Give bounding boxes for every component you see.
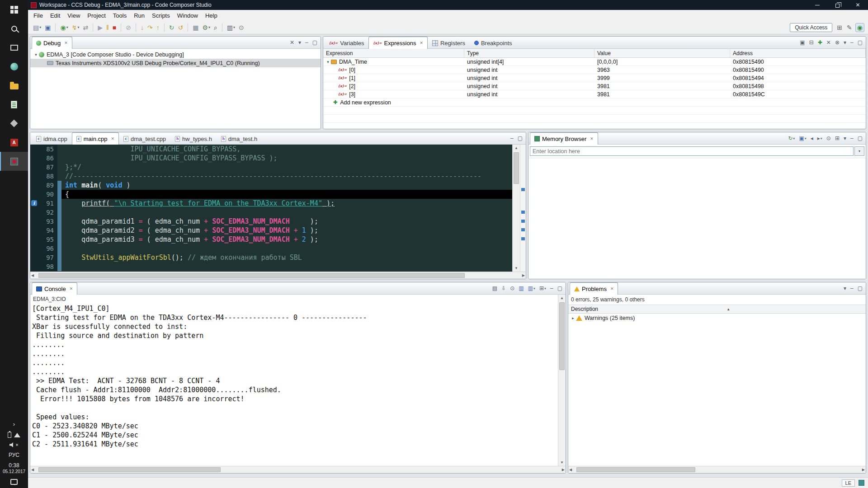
tree-expand-caret[interactable]: ▸ <box>570 316 576 320</box>
network-tray-item[interactable] <box>0 430 28 440</box>
debug-tab-debug[interactable]: Debug✕ <box>32 37 72 49</box>
expr-tab-registers[interactable]: Registers <box>428 37 470 48</box>
scroll-left-arrow[interactable]: ◀ <box>31 273 34 277</box>
debug-tree-item[interactable]: ▾EDMA_3 [Code Composer Studio - Device D… <box>30 50 321 59</box>
task-view-taskbar-button[interactable] <box>0 38 28 57</box>
ccs-debug-perspective-button[interactable]: ◉ <box>855 23 864 32</box>
code-line[interactable]: 95 qdma_paramid3 = ( edma_ch_num + SOC_E… <box>30 235 512 244</box>
scrollbar-thumb[interactable] <box>38 467 221 472</box>
notes-app-taskbar-button[interactable] <box>0 95 28 114</box>
menu-edit[interactable]: Edit <box>47 11 64 20</box>
maximize-button[interactable]: ▢ <box>312 40 317 45</box>
code-line[interactable]: i91 printf( "\n Starting test for EDMA o… <box>30 199 512 208</box>
console-tab-console[interactable]: Console✕ <box>32 282 77 295</box>
minimize-button[interactable]: – <box>850 40 854 45</box>
menu-help[interactable]: Help <box>202 11 221 20</box>
view-menu-button[interactable]: ▾ <box>844 286 846 291</box>
go-forward-button[interactable]: ▸▾ <box>817 136 822 141</box>
description-column-header[interactable]: Description ▲ <box>568 305 866 314</box>
close-tab-icon[interactable]: ✕ <box>64 41 68 45</box>
column-header-type[interactable]: Type <box>464 49 594 57</box>
tree-expand-caret[interactable]: ▾ <box>325 60 331 64</box>
code-line[interactable]: 89int main( void ) <box>30 181 512 190</box>
volume-tray-item[interactable]: ✕ <box>0 440 28 450</box>
scroll-right-arrow[interactable]: ▶ <box>562 468 565 472</box>
restore-window-button[interactable] <box>827 0 848 10</box>
code-line[interactable]: 87};*/ <box>30 163 512 172</box>
pin-memory-button[interactable]: ⊙ <box>826 136 831 141</box>
editor-tab-main-cpp[interactable]: main.cpp✕ <box>72 132 119 145</box>
scrollbar-thumb[interactable] <box>576 467 695 472</box>
minimize-button[interactable]: – <box>305 40 308 45</box>
expression-row[interactable]: [0]unsigned int39630x80815490 <box>323 66 866 74</box>
view-menu-button[interactable]: ▾ <box>298 40 301 45</box>
language-indicator[interactable]: РУС <box>0 450 28 460</box>
column-header-expression[interactable]: Expression <box>323 49 464 57</box>
memory-view-button[interactable]: ▥▾ <box>226 23 236 32</box>
expr-tab-expressions[interactable]: Expressions✕ <box>368 37 428 49</box>
view-menu-button[interactable]: ▾ <box>844 40 846 45</box>
remove-all-terminated-button[interactable]: ✕ <box>290 40 294 45</box>
new-button[interactable]: ▤▾ <box>32 23 42 32</box>
menu-tools[interactable]: Tools <box>109 11 130 20</box>
scroll-left-arrow[interactable]: ◀ <box>569 468 572 472</box>
save-memory-button[interactable]: ▣▾ <box>799 136 806 141</box>
code-line[interactable]: 97 StwUtils_appWaitForSbl(); // ждем око… <box>30 253 512 262</box>
quick-access-button[interactable]: Quick Access <box>790 23 832 32</box>
close-tab-icon[interactable]: ✕ <box>610 286 614 291</box>
remove-expression-button[interactable]: ✕ <box>826 40 831 45</box>
memory-location-input[interactable] <box>530 146 854 156</box>
suspend-button[interactable]: ‖ <box>105 23 110 32</box>
editor-tab-hw-types-h[interactable]: hw_types.h <box>170 133 217 144</box>
menu-project[interactable]: Project <box>84 11 109 20</box>
add-expression-button[interactable]: ✚ <box>818 40 822 45</box>
close-tab-icon[interactable]: ✕ <box>590 136 594 141</box>
problems-horizontal-scrollbar[interactable]: ◀ ▶ <box>568 466 866 473</box>
connect-target-button[interactable]: ⇄ <box>81 23 90 32</box>
step-into-button[interactable]: ↓ <box>139 23 145 32</box>
show-console-on-output-button[interactable]: ▥ <box>519 286 524 291</box>
expr-tab-breakpoints[interactable]: Breakpoints <box>470 37 517 48</box>
registers-view-button[interactable]: ▦ <box>191 23 200 32</box>
go-back-button[interactable]: ◂ <box>811 136 813 141</box>
editor-vertical-scrollbar[interactable]: ▲ ▼ <box>512 145 520 272</box>
acrobat-taskbar-button[interactable] <box>0 133 28 152</box>
scroll-down-arrow[interactable]: ▼ <box>558 459 566 466</box>
console-vertical-scrollbar[interactable]: ▲ ▼ <box>558 295 566 466</box>
code-line[interactable]: 94 qdma_paramid2 = ( edma_ch_num + SOC_E… <box>30 226 512 235</box>
scroll-left-arrow[interactable]: ◀ <box>31 468 34 472</box>
disconnect-button[interactable]: ⊘ <box>124 23 132 32</box>
remove-all-expressions-button[interactable]: ⊗ <box>835 40 840 45</box>
console-horizontal-scrollbar[interactable]: ◀ ▶ <box>30 466 566 473</box>
minimize-button[interactable]: – <box>850 286 854 291</box>
column-header-value[interactable]: Value <box>594 49 730 57</box>
clear-console-button[interactable]: ▤ <box>492 286 497 291</box>
scrollbar-thumb[interactable] <box>559 302 565 370</box>
editor-tab-dma-test-cpp[interactable]: dma_test.cpp <box>119 133 170 144</box>
search-button[interactable]: ⌕ <box>212 23 219 32</box>
expr-tab-variables[interactable]: Variables <box>325 37 368 48</box>
step-over-button[interactable]: ↷ <box>146 23 154 32</box>
scroll-up-arrow[interactable]: ▲ <box>558 295 566 301</box>
scroll-up-arrow[interactable]: ▲ <box>513 145 520 151</box>
editor-tab-idma-cpp[interactable]: idma.cpp <box>32 133 72 144</box>
open-perspective-button[interactable]: ⊞ <box>835 23 844 32</box>
memory-tab-memory-browser[interactable]: Memory Browser✕ <box>530 132 598 145</box>
start-button[interactable] <box>0 0 28 19</box>
editor-horizontal-scrollbar[interactable]: ◀ ▶ <box>30 272 526 279</box>
scroll-down-arrow[interactable]: ▼ <box>513 265 520 272</box>
code-composer-studio-taskbar-button[interactable] <box>0 152 28 171</box>
refresh-memory-button[interactable]: ↻▾ <box>788 136 795 141</box>
maximize-button[interactable]: ▢ <box>518 136 523 141</box>
flash-button[interactable]: ↯▾ <box>71 23 81 32</box>
save-button[interactable]: ▣ <box>43 23 52 32</box>
code-line[interactable]: 88//------------------------------------… <box>30 172 512 181</box>
code-line[interactable]: 98 <box>30 262 512 271</box>
expression-row[interactable]: [1]unsigned int39990x80815494 <box>323 74 866 82</box>
minimize-button[interactable]: – <box>550 286 553 291</box>
expression-row[interactable]: [2]unsigned int39810x80815498 <box>323 82 866 90</box>
code-line[interactable]: 96 <box>30 244 512 253</box>
close-window-button[interactable]: ✕ <box>848 0 868 10</box>
menu-view[interactable]: View <box>64 11 84 20</box>
display-selected-console-button[interactable]: ▥▾ <box>528 286 535 291</box>
